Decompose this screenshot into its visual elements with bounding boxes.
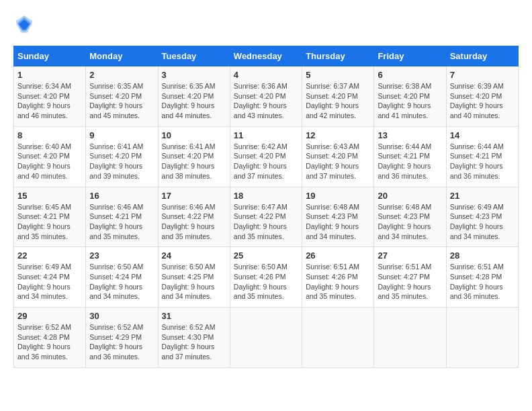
day-info: Sunrise: 6:51 AMSunset: 4:26 PMDaylight:… xyxy=(306,262,370,302)
calendar-week-5: 29Sunrise: 6:52 AMSunset: 4:28 PMDayligh… xyxy=(14,308,519,368)
day-number: 28 xyxy=(450,250,515,261)
day-info: Sunrise: 6:41 AMSunset: 4:20 PMDaylight:… xyxy=(89,142,154,181)
day-number: 4 xyxy=(234,70,298,80)
page-header xyxy=(13,13,519,35)
calendar-cell: 27Sunrise: 6:51 AMSunset: 4:27 PMDayligh… xyxy=(374,247,446,308)
day-info: Sunrise: 6:43 AMSunset: 4:20 PMDaylight:… xyxy=(306,142,370,181)
calendar-cell xyxy=(374,308,446,368)
calendar-cell: 23Sunrise: 6:50 AMSunset: 4:24 PMDayligh… xyxy=(86,247,158,308)
day-info: Sunrise: 6:50 AMSunset: 4:24 PMDaylight:… xyxy=(89,262,154,302)
calendar-cell: 2Sunrise: 6:35 AMSunset: 4:20 PMDaylight… xyxy=(86,66,158,127)
calendar-cell xyxy=(446,308,518,368)
day-number: 20 xyxy=(378,191,442,201)
day-info: Sunrise: 6:48 AMSunset: 4:23 PMDaylight:… xyxy=(378,202,442,242)
day-info: Sunrise: 6:52 AMSunset: 4:28 PMDaylight:… xyxy=(17,322,82,362)
day-number: 30 xyxy=(89,311,154,321)
day-number: 12 xyxy=(306,130,370,140)
day-number: 2 xyxy=(89,70,154,80)
calendar-cell: 31Sunrise: 6:52 AMSunset: 4:30 PMDayligh… xyxy=(158,308,230,368)
day-number: 25 xyxy=(234,250,298,261)
calendar-week-4: 22Sunrise: 6:49 AMSunset: 4:24 PMDayligh… xyxy=(14,247,519,308)
calendar-table: SundayMondayTuesdayWednesdayThursdayFrid… xyxy=(13,46,519,368)
logo xyxy=(13,13,38,35)
day-number: 22 xyxy=(17,250,82,261)
header-day-sunday: Sunday xyxy=(14,46,86,66)
calendar-cell: 28Sunrise: 6:51 AMSunset: 4:28 PMDayligh… xyxy=(446,247,518,308)
day-number: 7 xyxy=(450,70,515,80)
calendar-cell: 25Sunrise: 6:50 AMSunset: 4:26 PMDayligh… xyxy=(230,247,302,308)
calendar-cell: 29Sunrise: 6:52 AMSunset: 4:28 PMDayligh… xyxy=(14,308,86,368)
calendar-cell: 3Sunrise: 6:35 AMSunset: 4:20 PMDaylight… xyxy=(158,66,230,127)
day-info: Sunrise: 6:40 AMSunset: 4:20 PMDaylight:… xyxy=(17,142,82,181)
calendar-cell: 11Sunrise: 6:42 AMSunset: 4:20 PMDayligh… xyxy=(230,126,302,187)
day-info: Sunrise: 6:41 AMSunset: 4:20 PMDaylight:… xyxy=(162,142,226,181)
day-info: Sunrise: 6:50 AMSunset: 4:26 PMDaylight:… xyxy=(234,262,298,302)
calendar-cell: 19Sunrise: 6:48 AMSunset: 4:23 PMDayligh… xyxy=(302,187,374,247)
day-number: 21 xyxy=(450,191,515,201)
calendar-cell: 9Sunrise: 6:41 AMSunset: 4:20 PMDaylight… xyxy=(86,126,158,187)
day-number: 26 xyxy=(306,250,370,261)
day-number: 5 xyxy=(306,70,370,80)
day-info: Sunrise: 6:36 AMSunset: 4:20 PMDaylight:… xyxy=(234,81,298,121)
day-info: Sunrise: 6:48 AMSunset: 4:23 PMDaylight:… xyxy=(306,202,370,242)
header-day-thursday: Thursday xyxy=(302,46,374,66)
calendar-cell: 26Sunrise: 6:51 AMSunset: 4:26 PMDayligh… xyxy=(302,247,374,308)
logo-icon xyxy=(13,13,35,35)
calendar-week-2: 8Sunrise: 6:40 AMSunset: 4:20 PMDaylight… xyxy=(14,126,519,187)
day-info: Sunrise: 6:47 AMSunset: 4:22 PMDaylight:… xyxy=(234,202,298,242)
day-info: Sunrise: 6:46 AMSunset: 4:21 PMDaylight:… xyxy=(89,202,154,242)
calendar-cell: 24Sunrise: 6:50 AMSunset: 4:25 PMDayligh… xyxy=(158,247,230,308)
calendar-cell: 22Sunrise: 6:49 AMSunset: 4:24 PMDayligh… xyxy=(14,247,86,308)
day-number: 6 xyxy=(378,70,442,80)
day-number: 9 xyxy=(89,130,154,140)
calendar-cell: 18Sunrise: 6:47 AMSunset: 4:22 PMDayligh… xyxy=(230,187,302,247)
day-number: 27 xyxy=(378,250,442,261)
day-info: Sunrise: 6:42 AMSunset: 4:20 PMDaylight:… xyxy=(234,142,298,181)
day-info: Sunrise: 6:39 AMSunset: 4:20 PMDaylight:… xyxy=(450,81,515,121)
day-info: Sunrise: 6:46 AMSunset: 4:22 PMDaylight:… xyxy=(162,202,226,242)
calendar-cell: 4Sunrise: 6:36 AMSunset: 4:20 PMDaylight… xyxy=(230,66,302,127)
calendar-week-1: 1Sunrise: 6:34 AMSunset: 4:20 PMDaylight… xyxy=(14,66,519,127)
calendar-cell: 14Sunrise: 6:44 AMSunset: 4:21 PMDayligh… xyxy=(446,126,518,187)
calendar-cell xyxy=(302,308,374,368)
day-info: Sunrise: 6:34 AMSunset: 4:20 PMDaylight:… xyxy=(17,81,82,121)
calendar-week-3: 15Sunrise: 6:45 AMSunset: 4:21 PMDayligh… xyxy=(14,187,519,247)
calendar-cell: 16Sunrise: 6:46 AMSunset: 4:21 PMDayligh… xyxy=(86,187,158,247)
day-info: Sunrise: 6:37 AMSunset: 4:20 PMDaylight:… xyxy=(306,81,370,121)
calendar-cell: 10Sunrise: 6:41 AMSunset: 4:20 PMDayligh… xyxy=(158,126,230,187)
day-number: 24 xyxy=(162,250,226,261)
day-number: 8 xyxy=(17,130,82,140)
calendar-cell: 5Sunrise: 6:37 AMSunset: 4:20 PMDaylight… xyxy=(302,66,374,127)
day-info: Sunrise: 6:49 AMSunset: 4:24 PMDaylight:… xyxy=(17,262,82,302)
calendar-cell: 15Sunrise: 6:45 AMSunset: 4:21 PMDayligh… xyxy=(14,187,86,247)
calendar-cell xyxy=(230,308,302,368)
day-number: 10 xyxy=(162,130,226,140)
day-number: 17 xyxy=(162,191,226,201)
day-info: Sunrise: 6:51 AMSunset: 4:27 PMDaylight:… xyxy=(378,262,442,302)
day-info: Sunrise: 6:51 AMSunset: 4:28 PMDaylight:… xyxy=(450,262,515,302)
day-number: 31 xyxy=(162,311,226,321)
day-info: Sunrise: 6:45 AMSunset: 4:21 PMDaylight:… xyxy=(17,202,82,242)
day-info: Sunrise: 6:49 AMSunset: 4:23 PMDaylight:… xyxy=(450,202,515,242)
header-day-wednesday: Wednesday xyxy=(230,46,302,66)
day-number: 18 xyxy=(234,191,298,201)
day-info: Sunrise: 6:44 AMSunset: 4:21 PMDaylight:… xyxy=(378,142,442,181)
calendar-cell: 13Sunrise: 6:44 AMSunset: 4:21 PMDayligh… xyxy=(374,126,446,187)
header-row: SundayMondayTuesdayWednesdayThursdayFrid… xyxy=(14,46,519,66)
calendar-cell: 6Sunrise: 6:38 AMSunset: 4:20 PMDaylight… xyxy=(374,66,446,127)
day-info: Sunrise: 6:52 AMSunset: 4:30 PMDaylight:… xyxy=(162,322,226,362)
calendar-cell: 30Sunrise: 6:52 AMSunset: 4:29 PMDayligh… xyxy=(86,308,158,368)
day-info: Sunrise: 6:38 AMSunset: 4:20 PMDaylight:… xyxy=(378,81,442,121)
day-number: 1 xyxy=(17,70,82,80)
day-number: 19 xyxy=(306,191,370,201)
header-day-friday: Friday xyxy=(374,46,446,66)
header-day-monday: Monday xyxy=(86,46,158,66)
day-number: 15 xyxy=(17,191,82,201)
day-info: Sunrise: 6:50 AMSunset: 4:25 PMDaylight:… xyxy=(162,262,226,302)
day-info: Sunrise: 6:35 AMSunset: 4:20 PMDaylight:… xyxy=(89,81,154,121)
day-number: 3 xyxy=(162,70,226,80)
calendar-cell: 20Sunrise: 6:48 AMSunset: 4:23 PMDayligh… xyxy=(374,187,446,247)
day-number: 14 xyxy=(450,130,515,140)
calendar-cell: 12Sunrise: 6:43 AMSunset: 4:20 PMDayligh… xyxy=(302,126,374,187)
header-day-saturday: Saturday xyxy=(446,46,518,66)
